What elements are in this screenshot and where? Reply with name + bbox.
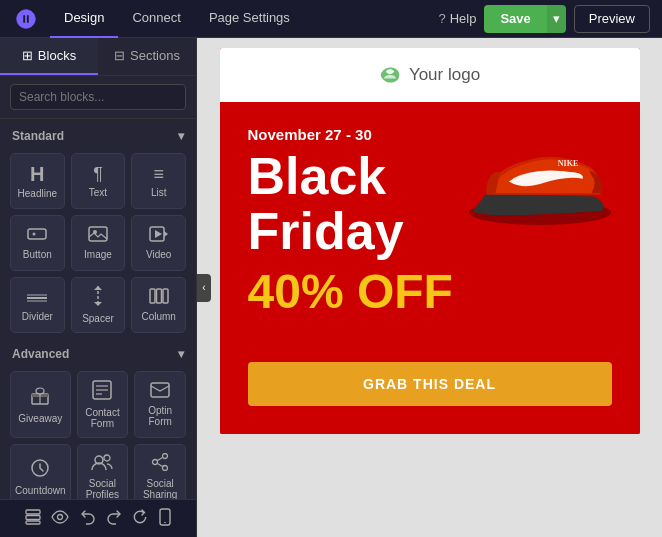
email-cta: GRAB THIS DEAL	[220, 362, 640, 434]
standard-section-header: Standard ▾	[0, 119, 196, 149]
svg-rect-28	[26, 510, 40, 514]
block-countdown[interactable]: Countdown	[10, 444, 71, 499]
giveaway-icon	[30, 386, 50, 409]
image-icon	[88, 226, 108, 245]
countdown-icon	[30, 458, 50, 481]
svg-point-24	[163, 466, 168, 471]
refresh-icon[interactable]	[132, 509, 148, 529]
advanced-blocks-grid: Giveaway Contact Form Optin Form	[0, 367, 196, 499]
list-icon: ≡	[153, 165, 164, 183]
search-area	[0, 76, 196, 119]
nav-tab-design[interactable]: Design	[50, 0, 118, 38]
block-contact-form[interactable]: Contact Form	[77, 371, 129, 438]
email-header: Your logo	[220, 48, 640, 102]
shoe-image: NIKE	[460, 112, 620, 242]
text-icon: ¶	[93, 165, 103, 183]
social-sharing-icon	[151, 453, 169, 474]
nav-right: ? Help Save ▾ Preview	[438, 5, 650, 33]
contact-form-icon	[92, 380, 112, 403]
button-icon	[27, 226, 47, 245]
svg-point-23	[163, 454, 168, 459]
help-button[interactable]: ? Help	[438, 11, 476, 26]
advanced-section-header: Advanced ▾	[0, 337, 196, 367]
svg-rect-29	[26, 515, 40, 519]
standard-blocks-grid: H Headline ¶ Text ≡ List Button	[0, 149, 196, 337]
optin-form-icon	[150, 382, 170, 401]
svg-rect-19	[151, 383, 169, 397]
svg-rect-30	[26, 521, 40, 524]
svg-text:NIKE: NIKE	[557, 159, 577, 168]
block-optin-form[interactable]: Optin Form	[134, 371, 186, 438]
layers-icon[interactable]	[25, 509, 41, 529]
nav-tab-connect[interactable]: Connect	[118, 0, 194, 38]
email-logo: Your logo	[236, 64, 624, 86]
column-icon	[149, 288, 169, 307]
block-button[interactable]: Button	[10, 215, 65, 271]
block-video[interactable]: Video	[131, 215, 186, 271]
svg-point-25	[153, 460, 158, 465]
svg-rect-12	[163, 289, 168, 303]
svg-rect-11	[156, 289, 161, 303]
svg-point-22	[104, 455, 110, 461]
save-dropdown-button[interactable]: ▾	[547, 5, 566, 33]
video-icon	[149, 226, 169, 245]
block-spacer[interactable]: Spacer	[71, 277, 126, 333]
save-button-group: Save ▾	[484, 5, 565, 33]
nav-tabs: Design Connect Page Settings	[50, 0, 438, 38]
redo-icon[interactable]	[106, 509, 122, 529]
mobile-icon[interactable]	[159, 508, 171, 530]
sidebar-tab-sections[interactable]: ⊟ Sections	[98, 38, 196, 75]
block-list[interactable]: ≡ List	[131, 153, 186, 209]
block-column[interactable]: Column	[131, 277, 186, 333]
block-giveaway[interactable]: Giveaway	[10, 371, 71, 438]
main-layout: ⊞ Blocks ⊟ Sections Standard ▾ H Headlin…	[0, 38, 662, 537]
nav-tab-page-settings[interactable]: Page Settings	[195, 0, 304, 38]
sidebar: ⊞ Blocks ⊟ Sections Standard ▾ H Headlin…	[0, 38, 197, 537]
sidebar-tabs: ⊞ Blocks ⊟ Sections	[0, 38, 196, 76]
svg-rect-0	[28, 229, 46, 239]
sections-icon: ⊟	[114, 48, 125, 63]
app-logo	[12, 5, 40, 33]
blocks-icon: ⊞	[22, 48, 33, 63]
svg-marker-5	[155, 230, 162, 238]
svg-line-26	[158, 458, 163, 461]
block-divider[interactable]: Divider	[10, 277, 65, 333]
sidebar-content: Standard ▾ H Headline ¶ Text ≡ List	[0, 119, 196, 499]
chevron-down-icon-advanced: ▾	[178, 347, 184, 361]
undo-icon[interactable]	[80, 509, 96, 529]
divider-icon	[27, 289, 47, 307]
eye-icon[interactable]	[51, 510, 69, 528]
canvas-area: ‹ Your logo November 27 - 30	[197, 38, 662, 537]
svg-point-33	[164, 521, 166, 523]
svg-rect-2	[89, 227, 107, 241]
bottom-toolbar	[0, 499, 196, 537]
collapse-handle[interactable]: ‹	[197, 274, 211, 302]
block-social-profiles[interactable]: Social Profiles	[77, 444, 129, 499]
save-button[interactable]: Save	[484, 5, 546, 33]
svg-point-1	[33, 233, 36, 236]
block-headline[interactable]: H Headline	[10, 153, 65, 209]
cta-button[interactable]: GRAB THIS DEAL	[248, 362, 612, 406]
email-canvas: Your logo November 27 - 30 Black Friday …	[220, 48, 640, 434]
spacer-icon	[90, 286, 106, 309]
headline-icon: H	[30, 164, 44, 184]
svg-line-27	[158, 464, 163, 467]
block-social-sharing[interactable]: Social Sharing	[134, 444, 186, 499]
sidebar-tab-blocks[interactable]: ⊞ Blocks	[0, 38, 98, 75]
hero-discount: 40% OFF	[248, 268, 612, 316]
block-image[interactable]: Image	[71, 215, 126, 271]
svg-point-31	[58, 514, 63, 519]
chevron-down-icon: ▾	[178, 129, 184, 143]
social-profiles-icon	[91, 453, 113, 474]
top-navigation: Design Connect Page Settings ? Help Save…	[0, 0, 662, 38]
svg-rect-10	[150, 289, 155, 303]
email-hero: November 27 - 30 Black Friday 40% OFF	[220, 102, 640, 362]
block-text[interactable]: ¶ Text	[71, 153, 126, 209]
search-input[interactable]	[10, 84, 186, 110]
preview-button[interactable]: Preview	[574, 5, 650, 33]
